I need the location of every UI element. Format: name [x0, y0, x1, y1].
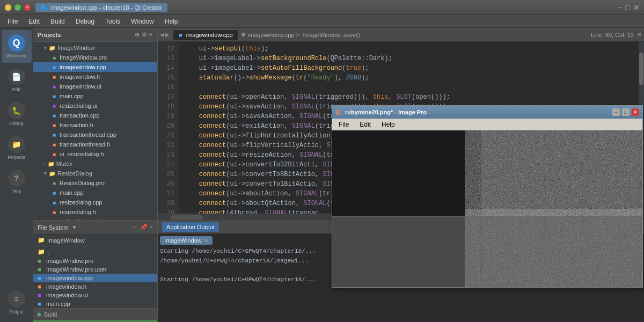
project-panel-icons[interactable]: ⊕ ⚙ ×	[135, 31, 152, 38]
menu-file[interactable]: File	[2, 16, 23, 27]
tree-item-resizedialog-ui[interactable]: ■ resizedialog.ui	[33, 101, 157, 111]
tree-label: ResizeDialog.pro	[60, 180, 105, 186]
tree-item-transactionthread-h[interactable]: ■ transactionthread.h	[33, 140, 157, 149]
sidebar-item-welcome[interactable]: Q Welcome	[2, 30, 32, 63]
line-col-info: Line: 80, Col: 13	[591, 32, 634, 38]
tree-item-imagewindow-ui[interactable]: ■ imagewindow.ui	[33, 82, 157, 91]
file-item-main[interactable]: ■ main.cpp	[33, 299, 157, 308]
file-system-header: File System ▼ ↔ 📌 ×	[33, 221, 157, 235]
tree-label: ResizeDialog	[57, 170, 92, 177]
h-scrollbar-thumb[interactable]	[171, 215, 203, 219]
tree-label: imagewindow.h	[60, 74, 100, 80]
viewer-controls[interactable]: − □ ✕	[612, 108, 639, 116]
output-subtab-close[interactable]: ✕	[204, 238, 208, 244]
file-item-prouser[interactable]: ■ ImageWindow.pro.user	[33, 265, 157, 274]
title-maximize-icon[interactable]: □	[626, 3, 630, 12]
viewer-menu-file[interactable]: File	[334, 120, 353, 129]
tree-item-pro[interactable]: ■ ImageWindow.pro	[33, 53, 157, 62]
title-tab-main[interactable]: 🔷 imagewindow.cpp - chapter18 - Qt Creat…	[35, 3, 167, 12]
tree-label: main.cpp	[60, 93, 84, 99]
svg-rect-4	[481, 217, 642, 287]
output-subtab[interactable]: ImageWindow ✕	[160, 236, 213, 245]
build-icon: ▶	[38, 311, 42, 318]
cpp-file-icon5: ■	[50, 189, 58, 196]
tree-item-resizedialog-pro[interactable]: ■ ResizeDialog.pro	[33, 178, 157, 188]
tree-item-main-cpp2[interactable]: ■ main.cpp	[33, 188, 157, 197]
editor-tab-main[interactable]: ■ imagewindow.cpp	[173, 30, 239, 40]
menu-help[interactable]: Help	[159, 16, 184, 27]
tree-label: main.cpp	[60, 189, 84, 196]
breadcrumb-func: ImageWindow::save()	[303, 32, 360, 38]
file-system-sync-icon[interactable]: ↔	[132, 224, 138, 231]
tree-item-imagewindow-h[interactable]: ■ imagewindow.h	[33, 72, 157, 82]
edit-icon: 📄	[8, 68, 25, 85]
file-system-dropdown-icon[interactable]: ▼	[71, 224, 77, 230]
maximize-button[interactable]: □	[14, 4, 21, 11]
menu-edit[interactable]: Edit	[23, 16, 45, 27]
sidebar-item-debug[interactable]: 🐛 Debug	[2, 98, 32, 130]
tree-label: transaction.h	[60, 122, 93, 128]
file-system-icons[interactable]: ↔ 📌 ×	[132, 224, 153, 231]
folder-icon: 📁	[48, 44, 56, 52]
tree-item-transaction-cpp[interactable]: ■ transaction.cpp	[33, 111, 157, 120]
build-progress	[33, 320, 157, 322]
tree-arrow-resizedialog: ▼	[43, 171, 48, 176]
viewer-image	[332, 130, 642, 287]
file-item-ui[interactable]: ■ imagewindow.ui	[33, 291, 157, 299]
title-minimize-icon[interactable]: −	[618, 3, 622, 12]
file-item-h[interactable]: ■ imagewindow.h	[33, 282, 157, 291]
viewer-menu-help[interactable]: Help	[377, 120, 399, 129]
sidebar-item-output[interactable]: ≡ Output	[2, 286, 32, 319]
editor-close-icon[interactable]: ✕	[637, 31, 642, 38]
tree-item-imagewindow[interactable]: ▼ 📁 ImageWindow	[33, 43, 157, 53]
nav-back-icon[interactable]: ◀	[160, 32, 163, 38]
file-item-pro[interactable]: ■ ImageWindow.pro	[33, 257, 157, 265]
tree-item-mutex[interactable]: + 📁 Mutex	[33, 159, 157, 169]
menu-debug[interactable]: Debug	[70, 16, 100, 27]
build-label: Build	[44, 311, 57, 318]
tab-file-icon: ■	[179, 32, 182, 38]
file-system-pin-icon[interactable]: 📌	[140, 224, 148, 231]
menu-tools[interactable]: Tools	[100, 16, 126, 27]
cpp-file-icon: ■	[50, 63, 58, 71]
minimize-button[interactable]: −	[4, 4, 12, 11]
tree-label: transactionthread.h	[60, 141, 110, 148]
build-button[interactable]: ▶ Build	[33, 308, 157, 320]
viewer-minimize-btn[interactable]: −	[612, 108, 620, 116]
title-close-icon[interactable]: ✕	[633, 3, 640, 12]
folder-mutex-icon: 📁	[47, 160, 55, 167]
tree-item-ui-resizedialog-h[interactable]: ■ ui_resizedialog.h	[33, 149, 157, 159]
project-settings-icon[interactable]: ⚙	[142, 31, 147, 38]
project-close-icon[interactable]: ×	[149, 31, 152, 38]
sidebar-label-projects: Projects	[8, 155, 25, 160]
folder-resizedialog-icon: 📁	[48, 170, 56, 177]
viewer-menu-edit[interactable]: Edit	[355, 120, 375, 129]
viewer-maximize-btn[interactable]: □	[622, 108, 630, 116]
tree-item-transactionthread-cpp[interactable]: ■ transactionthread.cpp	[33, 130, 157, 140]
close-button[interactable]: ✕	[24, 4, 31, 11]
project-filter-icon[interactable]: ⊕	[135, 31, 140, 38]
file-item-cpp[interactable]: ■ imagewindow.cpp	[33, 274, 157, 282]
tree-item-imagewindow-cpp[interactable]: ■ imagewindow.cpp	[33, 62, 157, 72]
sidebar-item-edit[interactable]: 📄 Edit	[2, 64, 32, 97]
output-tab-main[interactable]: Application Output	[162, 222, 219, 232]
tree-label: Mutex	[56, 160, 72, 167]
file-system-close-icon[interactable]: ×	[150, 224, 153, 231]
menu-window[interactable]: Window	[126, 16, 159, 27]
sidebar-item-projects[interactable]: 📁 Projects	[2, 131, 32, 164]
tree-item-resizedialog-cpp[interactable]: ■ resizedialog.cpp	[33, 197, 157, 207]
tree-item-resizedialog-h[interactable]: ■ resizedialog.h	[33, 207, 157, 217]
sidebar-label-welcome: Welcome	[6, 53, 26, 58]
viewer-close-btn[interactable]: ✕	[632, 108, 639, 116]
file-item-dotdot[interactable]: 📁 ..	[33, 247, 157, 257]
tree-item-resizedialog[interactable]: ▼ 📁 ResizeDialog	[33, 169, 157, 178]
window-controls[interactable]: − □ ✕	[4, 4, 31, 11]
tree-item-main-cpp[interactable]: ■ main.cpp	[33, 91, 157, 101]
tree-item-transaction-h[interactable]: ■ transaction.h	[33, 120, 157, 130]
nav-fwd-icon[interactable]: ▶	[165, 32, 169, 38]
menu-bar: File Edit Build Debug Tools Window Help	[0, 15, 644, 28]
sidebar-item-help[interactable]: ? Help	[2, 165, 32, 198]
project-tree: ▼ 📁 ImageWindow ■ ImageWindow.pro ■ imag…	[33, 42, 157, 220]
menu-build[interactable]: Build	[45, 16, 70, 27]
scrollbar-thumb[interactable]	[639, 53, 643, 85]
